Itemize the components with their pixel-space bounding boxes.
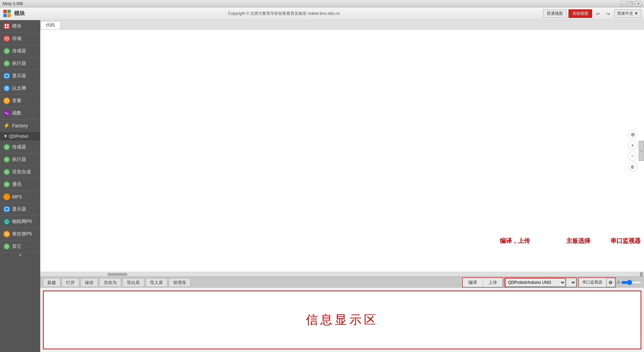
logo-icon [3,9,12,18]
language-button[interactable]: 简体中文 ▼ [614,9,641,18]
body: 模块 存储 传感器 执行器 [0,20,644,352]
board-select-dropdown[interactable]: QDProbot/Arduino UNO [505,278,566,287]
sidebar-item-yitaiwang[interactable]: 以太网 [0,82,40,95]
sidebar-item-xianshiqi[interactable]: 显示器 [0,70,40,82]
qdp-chuanganqi-label: 传感器 [12,144,26,150]
sidebar-item-qdp-xianshiqi[interactable]: 显示器 [0,203,40,216]
sidebar-item-cunchu[interactable]: 存储 [0,33,40,45]
code-area: ‹ ⊕ + − 🗑 编译，上传 主板选择 串口监视器 [40,30,644,272]
save-as-button[interactable]: 另存为 [99,278,121,287]
locate-button[interactable]: ⊕ [628,130,637,139]
minimize-button[interactable]: — [621,1,627,6]
svg-rect-29 [5,208,9,211]
sidebar-item-qdp-chuanganqi[interactable]: 传感器 [0,141,40,153]
titlebar-controls: — ❐ ✕ [621,1,641,6]
font-slider-input[interactable] [621,280,641,285]
header-logo-label: 模块 [14,10,25,17]
zhixingqi-icon [3,60,10,67]
sidebar-item-qdprobot-header[interactable]: ▼ QDProbot [0,132,40,141]
svg-rect-5 [7,24,9,26]
sidebar-cunchu-label: 存储 [12,36,21,42]
svg-point-27 [6,184,7,185]
svg-text:♪: ♪ [5,195,7,199]
zoom-out-button[interactable]: − [628,151,637,161]
svg-point-19 [5,99,8,102]
sidebar-item-bianliang[interactable]: 变量 [0,95,40,107]
sidebar-item-qdp-qita[interactable]: 其它 [0,240,40,253]
qdp-yuyinhe-icon [3,169,10,175]
sidebar-item-chuanganqi[interactable]: 传感器 [0,45,40,57]
slider-icon: A [617,280,620,285]
serial-monitor-button[interactable]: 串口监视器 [579,278,606,287]
app: 模块 Copyright © 北师大教育学部创客教育实验室 maker.bnu.… [0,7,644,352]
svg-rect-8 [5,37,8,40]
redo-button[interactable]: ↪ [604,10,612,18]
qdp-zhixingqi-icon [3,156,10,163]
sidebar-item-qdp-zhangkongp5[interactable]: 掌控屏P5 [0,228,40,240]
svg-point-25 [6,171,7,173]
manage-button[interactable]: 管理库 [169,278,191,287]
sidebar-item-qdp-zhixingqi[interactable]: 执行器 [0,153,40,166]
qdp-chuanganqi-icon [3,144,10,150]
qdp-mp3-icon: ♪ [3,193,10,200]
qdp-yuyinhe-label: 语音合成 [12,169,31,175]
sidebar-item-zhixingqi[interactable]: 执行器 [0,57,40,70]
svg-rect-6 [5,27,6,28]
zoom-in-button[interactable]: + [628,141,637,150]
scrollbar-thumb[interactable] [107,273,127,276]
close-button[interactable]: ✕ [635,1,641,6]
right-collapse-button[interactable]: ‹ [639,141,644,161]
svg-rect-2 [3,14,7,17]
horizontal-scrollbar[interactable] [40,272,644,276]
compile-button[interactable]: 编译 [463,278,482,287]
factory-icon: ⚡ [3,122,10,129]
tab-code[interactable]: 代码 [40,21,60,29]
port-dropdown[interactable]: ▼ [566,278,576,287]
sidebar-factory-label: Factory [12,123,28,128]
restore-button[interactable]: ❐ [628,1,634,6]
qdp-zhangkongp5-icon [3,231,10,237]
sidebar-item-qdp-wulianp5[interactable]: 物联网P5 [0,216,40,228]
open-button[interactable]: 打开 [62,278,79,287]
sidebar-item-factory[interactable]: ⚡ Factory [0,120,40,132]
app-title: Mixly 0.998 [3,1,23,6]
sidebar-hanshu-label: 函数 [12,110,21,116]
save-button[interactable]: 保存 [80,278,98,287]
mokuai-icon [3,23,10,30]
sidebar-item-qdp-yuyinhe[interactable]: 语音合成 [0,166,40,178]
tab-bar: 代码 [40,20,644,30]
cunchu-icon [3,35,10,42]
new-button[interactable]: 新建 [43,278,60,287]
qdprobot-header-label: ▼ QDProbot [3,134,28,139]
xianshiqi-icon [3,73,10,79]
qdp-wulianp5-label: 物联网P5 [12,219,32,225]
sidebar-item-hanshu[interactable]: 函数 [0,107,40,120]
header-copyright: Copyright © 北师大教育学部创客教育实验室 maker.bnu.edu… [28,11,540,16]
svg-point-21 [6,146,7,148]
bottom-toolbar: 新建 打开 保存 另存为 导出库 导入库 管理库 编译 上传 QDProbot/… [40,276,644,288]
board-select-annotation: 主板选择 [566,237,590,245]
delete-button[interactable]: 🗑 [628,162,637,172]
advanced-view-button[interactable]: 高级视图 [569,9,592,18]
toolbar-right: 编译 上传 QDProbot/Arduino UNO ▼ 串口监视器 ⚙ [462,277,641,288]
info-area-label: 信息显示区 [306,312,378,328]
import-button[interactable]: 导入库 [146,278,167,287]
scroll-right-arrow[interactable] [640,272,643,276]
svg-point-13 [6,63,7,64]
sidebar-item-qdp-mp3[interactable]: ♪ MP3 [0,191,40,203]
sidebar-item-qdp-tongxun[interactable]: 通讯 [0,178,40,191]
undo-button[interactable]: ↩ [594,10,602,18]
sidebar-scrollbar-thumb [19,254,21,256]
upload-button[interactable]: 上传 [483,278,502,287]
header-left: 模块 [3,9,25,18]
qdp-zhixingqi-label: 执行器 [12,157,26,163]
export-button[interactable]: 导出库 [122,278,144,287]
normal-view-button[interactable]: 普通视图 [543,9,567,18]
settings-button[interactable]: ⚙ [606,278,615,287]
qdp-xianshiqi-label: 显示器 [12,206,26,212]
svg-point-35 [6,246,7,247]
sidebar-item-mokuai[interactable]: 模块 [0,20,40,33]
svg-rect-3 [7,14,11,17]
qdp-mp3-label: MP3 [12,194,22,200]
header-right: 普通视图 高级视图 ↩ ↪ 简体中文 ▼ [543,9,641,18]
